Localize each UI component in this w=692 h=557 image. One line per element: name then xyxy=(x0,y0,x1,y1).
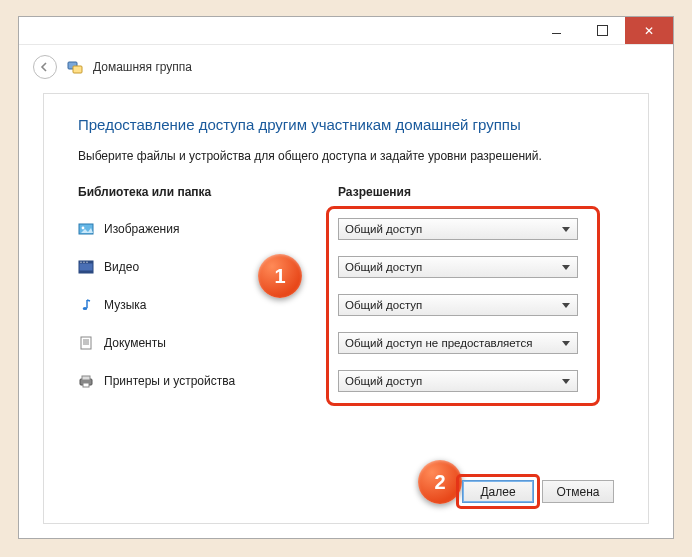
window-title: Домашняя группа xyxy=(93,60,192,74)
sharing-rows: 1 Изображения Общий доступ Видео Общий д… xyxy=(78,210,614,400)
svg-rect-6 xyxy=(79,271,93,274)
combo-video[interactable]: Общий доступ xyxy=(338,256,578,278)
row-music: Музыка Общий доступ xyxy=(78,286,614,324)
column-library: Библиотека или папка xyxy=(78,185,338,199)
music-icon xyxy=(78,297,94,313)
homegroup-icon xyxy=(67,59,83,75)
svg-point-8 xyxy=(83,262,84,263)
pictures-icon xyxy=(78,221,94,237)
row-documents: Документы Общий доступ не предоставляетс… xyxy=(78,324,614,362)
callout-2: 2 xyxy=(418,460,462,504)
svg-point-7 xyxy=(80,262,81,263)
cancel-button[interactable]: Отмена xyxy=(542,480,614,503)
label-printers: Принтеры и устройства xyxy=(104,374,235,388)
header: Домашняя группа xyxy=(19,45,673,93)
footer-buttons: 2 Далее Отмена xyxy=(78,444,614,503)
svg-point-9 xyxy=(86,262,87,263)
printers-icon xyxy=(78,373,94,389)
column-permissions: Разрешения xyxy=(338,185,614,199)
svg-rect-1 xyxy=(73,66,82,73)
svg-rect-17 xyxy=(83,383,89,387)
svg-rect-16 xyxy=(82,376,90,380)
next-button[interactable]: Далее xyxy=(462,480,534,503)
svg-point-10 xyxy=(83,307,88,310)
page-heading: Предоставление доступа другим участникам… xyxy=(78,116,614,133)
combo-printers[interactable]: Общий доступ xyxy=(338,370,578,392)
label-documents: Документы xyxy=(104,336,166,350)
combo-pictures[interactable]: Общий доступ xyxy=(338,218,578,240)
svg-rect-11 xyxy=(81,337,91,349)
row-printers: Принтеры и устройства Общий доступ xyxy=(78,362,614,400)
content-panel: Предоставление доступа другим участникам… xyxy=(43,93,649,524)
row-video: Видео Общий доступ xyxy=(78,248,614,286)
column-headers: Библиотека или папка Разрешения xyxy=(78,185,614,210)
back-button[interactable] xyxy=(33,55,57,79)
row-pictures: Изображения Общий доступ xyxy=(78,210,614,248)
page-subheading: Выберите файлы и устройства для общего д… xyxy=(78,149,614,163)
documents-icon xyxy=(78,335,94,351)
label-video: Видео xyxy=(104,260,139,274)
titlebar xyxy=(19,17,673,45)
combo-documents[interactable]: Общий доступ не предоставляется xyxy=(338,332,578,354)
video-icon xyxy=(78,259,94,275)
callout-1: 1 xyxy=(258,254,302,298)
homegroup-window: Домашняя группа Предоставление доступа д… xyxy=(18,16,674,539)
minimize-button[interactable] xyxy=(533,17,579,44)
combo-music[interactable]: Общий доступ xyxy=(338,294,578,316)
svg-point-3 xyxy=(82,227,85,230)
label-music: Музыка xyxy=(104,298,146,312)
maximize-button[interactable] xyxy=(579,17,625,44)
close-button[interactable] xyxy=(625,17,673,44)
label-pictures: Изображения xyxy=(104,222,179,236)
